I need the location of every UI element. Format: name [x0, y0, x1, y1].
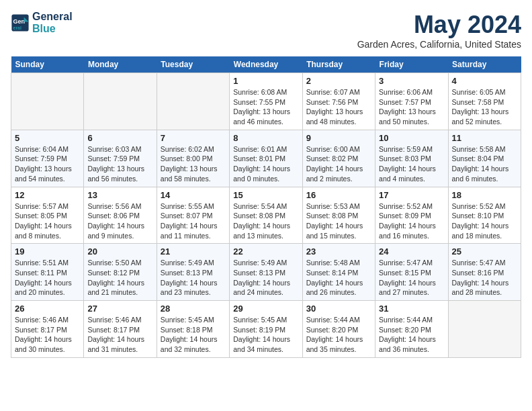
calendar-week-row: 19Sunrise: 5:51 AM Sunset: 8:11 PM Dayli… — [11, 244, 521, 301]
calendar-day-cell: 29Sunrise: 5:45 AM Sunset: 8:19 PM Dayli… — [230, 301, 302, 358]
day-number: 28 — [161, 304, 226, 314]
calendar-day-cell: 26Sunrise: 5:46 AM Sunset: 8:17 PM Dayli… — [11, 301, 84, 358]
day-info: Sunrise: 5:44 AM Sunset: 8:20 PM Dayligh… — [306, 315, 371, 355]
day-number: 27 — [87, 304, 152, 314]
calendar-day-cell: 11Sunrise: 5:58 AM Sunset: 8:04 PM Dayli… — [448, 130, 521, 187]
day-info: Sunrise: 5:46 AM Sunset: 8:17 PM Dayligh… — [15, 315, 80, 355]
day-number: 11 — [452, 133, 517, 143]
calendar-day-cell: 27Sunrise: 5:46 AM Sunset: 8:17 PM Dayli… — [84, 301, 157, 358]
day-number: 18 — [452, 190, 517, 200]
day-info: Sunrise: 5:46 AM Sunset: 8:17 PM Dayligh… — [87, 315, 152, 355]
day-number: 9 — [306, 133, 371, 143]
calendar-day-cell: 8Sunrise: 6:01 AM Sunset: 8:01 PM Daylig… — [230, 130, 302, 187]
svg-text:Gen: Gen — [13, 18, 26, 25]
day-info: Sunrise: 5:57 AM Sunset: 8:05 PM Dayligh… — [15, 201, 80, 241]
calendar-day-cell — [448, 301, 521, 358]
calendar-day-cell: 15Sunrise: 5:54 AM Sunset: 8:08 PM Dayli… — [230, 187, 302, 244]
calendar-day-cell: 2Sunrise: 6:07 AM Sunset: 7:56 PM Daylig… — [302, 73, 375, 130]
day-info: Sunrise: 6:03 AM Sunset: 7:59 PM Dayligh… — [87, 144, 152, 184]
day-number: 4 — [452, 76, 517, 86]
day-info: Sunrise: 5:54 AM Sunset: 8:08 PM Dayligh… — [233, 201, 298, 241]
day-info: Sunrise: 6:04 AM Sunset: 7:59 PM Dayligh… — [15, 144, 80, 184]
day-info: Sunrise: 5:58 AM Sunset: 8:04 PM Dayligh… — [452, 144, 517, 184]
calendar-body: 1Sunrise: 6:08 AM Sunset: 7:55 PM Daylig… — [11, 73, 521, 358]
day-info: Sunrise: 5:52 AM Sunset: 8:10 PM Dayligh… — [452, 201, 517, 241]
day-number: 7 — [161, 133, 226, 143]
day-info: Sunrise: 6:01 AM Sunset: 8:01 PM Dayligh… — [233, 144, 298, 184]
calendar-day-cell: 5Sunrise: 6:04 AM Sunset: 7:59 PM Daylig… — [11, 130, 84, 187]
calendar-week-row: 12Sunrise: 5:57 AM Sunset: 8:05 PM Dayli… — [11, 187, 521, 244]
calendar-day-cell: 3Sunrise: 6:06 AM Sunset: 7:57 PM Daylig… — [375, 73, 448, 130]
day-number: 29 — [233, 304, 298, 314]
day-number: 14 — [161, 190, 226, 200]
day-info: Sunrise: 6:06 AM Sunset: 7:57 PM Dayligh… — [379, 87, 444, 127]
day-number: 13 — [87, 190, 152, 200]
calendar-week-row: 5Sunrise: 6:04 AM Sunset: 7:59 PM Daylig… — [11, 130, 521, 187]
weekday-header: Thursday — [302, 56, 375, 73]
calendar-day-cell: 7Sunrise: 6:02 AM Sunset: 8:00 PM Daylig… — [157, 130, 229, 187]
day-info: Sunrise: 5:53 AM Sunset: 8:08 PM Dayligh… — [306, 201, 371, 241]
calendar-week-row: 1Sunrise: 6:08 AM Sunset: 7:55 PM Daylig… — [11, 73, 521, 130]
day-number: 10 — [379, 133, 444, 143]
logo-line1: General — [32, 11, 73, 23]
calendar-day-cell — [84, 73, 157, 130]
weekday-header: Friday — [375, 56, 448, 73]
calendar-day-cell: 16Sunrise: 5:53 AM Sunset: 8:08 PM Dayli… — [302, 187, 375, 244]
calendar-day-cell — [11, 73, 84, 130]
day-info: Sunrise: 5:44 AM Sunset: 8:20 PM Dayligh… — [379, 315, 444, 355]
month-title: May 2024 — [357, 11, 521, 39]
calendar-day-cell: 31Sunrise: 5:44 AM Sunset: 8:20 PM Dayli… — [375, 301, 448, 358]
day-number: 17 — [379, 190, 444, 200]
day-number: 19 — [15, 246, 80, 257]
day-info: Sunrise: 6:07 AM Sunset: 7:56 PM Dayligh… — [306, 87, 371, 127]
day-info: Sunrise: 5:59 AM Sunset: 8:03 PM Dayligh… — [379, 144, 444, 184]
day-number: 24 — [379, 246, 444, 257]
page-header: Gen eral General Blue May 2024 Garden Ac… — [11, 11, 521, 50]
logo-line2: Blue — [32, 23, 73, 35]
weekday-header: Monday — [84, 56, 157, 73]
day-info: Sunrise: 6:05 AM Sunset: 7:58 PM Dayligh… — [452, 87, 517, 127]
day-number: 8 — [233, 133, 298, 143]
calendar-day-cell: 20Sunrise: 5:50 AM Sunset: 8:12 PM Dayli… — [84, 244, 157, 301]
calendar-week-row: 26Sunrise: 5:46 AM Sunset: 8:17 PM Dayli… — [11, 301, 521, 358]
day-info: Sunrise: 6:00 AM Sunset: 8:02 PM Dayligh… — [306, 144, 371, 184]
weekday-header: Tuesday — [157, 56, 229, 73]
day-number: 25 — [452, 246, 517, 257]
day-info: Sunrise: 5:48 AM Sunset: 8:14 PM Dayligh… — [306, 258, 371, 298]
calendar-day-cell: 10Sunrise: 5:59 AM Sunset: 8:03 PM Dayli… — [375, 130, 448, 187]
calendar-header-row: SundayMondayTuesdayWednesdayThursdayFrid… — [11, 56, 521, 73]
day-number: 31 — [379, 304, 444, 314]
day-number: 12 — [15, 190, 80, 200]
day-info: Sunrise: 5:55 AM Sunset: 8:07 PM Dayligh… — [161, 201, 226, 241]
calendar-day-cell: 6Sunrise: 6:03 AM Sunset: 7:59 PM Daylig… — [84, 130, 157, 187]
calendar-day-cell: 23Sunrise: 5:48 AM Sunset: 8:14 PM Dayli… — [302, 244, 375, 301]
calendar-day-cell: 25Sunrise: 5:47 AM Sunset: 8:16 PM Dayli… — [448, 244, 521, 301]
day-info: Sunrise: 5:45 AM Sunset: 8:18 PM Dayligh… — [161, 315, 226, 355]
calendar-day-cell: 4Sunrise: 6:05 AM Sunset: 7:58 PM Daylig… — [448, 73, 521, 130]
calendar-day-cell: 17Sunrise: 5:52 AM Sunset: 8:09 PM Dayli… — [375, 187, 448, 244]
logo-icon: Gen eral — [11, 13, 30, 32]
weekday-header: Sunday — [11, 56, 84, 73]
calendar-day-cell: 30Sunrise: 5:44 AM Sunset: 8:20 PM Dayli… — [302, 301, 375, 358]
calendar-day-cell — [157, 73, 229, 130]
day-info: Sunrise: 6:02 AM Sunset: 8:00 PM Dayligh… — [161, 144, 226, 184]
day-number: 15 — [233, 190, 298, 200]
logo: Gen eral General Blue — [11, 11, 73, 35]
day-info: Sunrise: 5:50 AM Sunset: 8:12 PM Dayligh… — [87, 258, 152, 298]
day-info: Sunrise: 5:45 AM Sunset: 8:19 PM Dayligh… — [233, 315, 298, 355]
day-info: Sunrise: 5:51 AM Sunset: 8:11 PM Dayligh… — [15, 258, 80, 298]
day-number: 26 — [15, 304, 80, 314]
location: Garden Acres, California, United States — [357, 39, 521, 50]
day-info: Sunrise: 6:08 AM Sunset: 7:55 PM Dayligh… — [233, 87, 298, 127]
day-number: 21 — [161, 246, 226, 257]
day-number: 22 — [233, 246, 298, 257]
svg-text:eral: eral — [13, 26, 22, 30]
day-number: 5 — [15, 133, 80, 143]
calendar-day-cell: 1Sunrise: 6:08 AM Sunset: 7:55 PM Daylig… — [230, 73, 302, 130]
day-info: Sunrise: 5:47 AM Sunset: 8:16 PM Dayligh… — [452, 258, 517, 298]
day-info: Sunrise: 5:56 AM Sunset: 8:06 PM Dayligh… — [87, 201, 152, 241]
calendar-table: SundayMondayTuesdayWednesdayThursdayFrid… — [11, 56, 521, 358]
day-info: Sunrise: 5:47 AM Sunset: 8:15 PM Dayligh… — [379, 258, 444, 298]
day-number: 30 — [306, 304, 371, 314]
weekday-header: Wednesday — [230, 56, 302, 73]
